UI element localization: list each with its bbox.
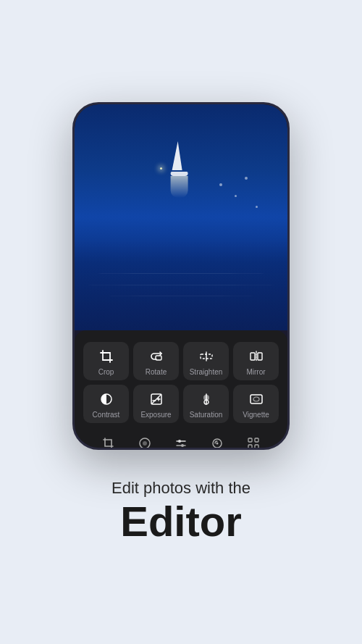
main-title: Editor — [111, 501, 251, 543]
svg-rect-3 — [251, 353, 255, 360]
nav-icon-adjust[interactable] — [171, 433, 191, 447]
svg-point-21 — [216, 443, 219, 445]
straighten-icon — [198, 348, 215, 365]
vignette-icon — [248, 390, 265, 408]
rotate-icon — [148, 348, 165, 365]
tool-item-saturation[interactable]: Saturation — [183, 385, 229, 423]
svg-point-13 — [253, 397, 259, 401]
text-section: Edit photos with the Editor — [90, 479, 272, 543]
nav-icon-filter[interactable] — [135, 433, 155, 447]
exposure-icon — [148, 390, 165, 408]
nav-icon-paint[interactable] — [207, 433, 227, 447]
tool-item-vignette[interactable]: Vignette — [233, 385, 279, 423]
boat-hull — [171, 172, 188, 176]
tool-item-exposure[interactable]: Exposure — [133, 385, 179, 423]
boat — [171, 172, 188, 198]
subtitle-text: Edit photos with the — [111, 479, 251, 498]
straighten-label: Straighten — [190, 368, 223, 376]
tool-grid: Crop Rotate — [83, 342, 279, 423]
crop-label: Crop — [98, 368, 114, 376]
photo-area — [75, 104, 287, 331]
svg-point-19 — [181, 444, 184, 447]
saturation-label: Saturation — [190, 411, 223, 419]
contrast-label: Contrast — [93, 411, 120, 419]
boat-reflection — [171, 176, 188, 198]
mirror-icon — [248, 348, 265, 365]
mirror-label: Mirror — [246, 368, 265, 376]
tool-item-straighten[interactable]: Straighten — [183, 342, 229, 380]
nav-icon-crop[interactable] — [98, 433, 119, 447]
tool-item-mirror[interactable]: Mirror — [233, 342, 279, 380]
svg-rect-4 — [258, 353, 262, 360]
tool-item-crop[interactable]: Crop — [83, 342, 129, 380]
svg-rect-23 — [255, 438, 258, 442]
phone-inner: Crop Rotate — [75, 104, 287, 448]
saturation-icon — [198, 390, 215, 408]
svg-rect-22 — [248, 438, 252, 442]
nav-icon-grid[interactable] — [243, 433, 264, 447]
svg-point-15 — [143, 441, 147, 446]
exposure-label: Exposure — [140, 411, 171, 419]
svg-point-17 — [178, 440, 181, 443]
tool-item-rotate[interactable]: Rotate — [133, 342, 179, 380]
page-wrapper: Crop Rotate — [0, 0, 362, 644]
contrast-icon — [98, 390, 115, 408]
phone-mockup: Crop Rotate — [72, 102, 290, 450]
svg-rect-25 — [255, 445, 258, 447]
tool-item-contrast[interactable]: Contrast — [83, 385, 129, 423]
crop-icon — [98, 348, 115, 365]
svg-rect-12 — [251, 395, 262, 403]
editor-panel: Crop Rotate — [75, 330, 287, 447]
svg-rect-24 — [248, 445, 252, 447]
vignette-label: Vignette — [243, 411, 269, 419]
boat-sail — [172, 141, 182, 170]
bottom-nav — [83, 433, 279, 447]
rotate-label: Rotate — [146, 368, 167, 376]
